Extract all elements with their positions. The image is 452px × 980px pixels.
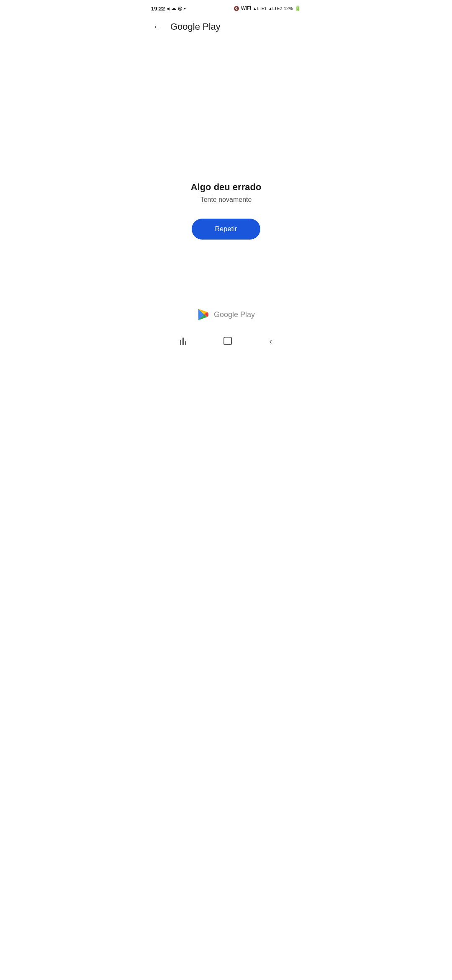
wifi-icon: WiFi	[241, 5, 251, 11]
main-content: Algo deu errado Tente novamente Repetir	[144, 39, 308, 307]
error-title: Algo deu errado	[191, 182, 262, 193]
back-arrow-icon: ←	[153, 21, 162, 32]
recent-apps-button[interactable]	[177, 333, 190, 348]
whatsapp-icon: ◎	[178, 5, 182, 11]
location-icon: ◂	[167, 5, 170, 12]
google-play-logo-icon	[197, 308, 210, 321]
signal2-icon: ▲LTE2	[268, 6, 282, 11]
system-back-button[interactable]: ‹	[266, 333, 276, 349]
mute-icon: 🔇	[234, 6, 239, 11]
status-bar: 19:22 ◂ ☁ ◎ ● 🔇 WiFi ▲LTE1 ▲LTE2 12% 🔋	[144, 0, 308, 15]
retry-button[interactable]: Repetir	[192, 219, 261, 240]
app-bar: ← Google Play	[144, 15, 308, 39]
home-button[interactable]	[220, 333, 235, 348]
battery-display: 12%	[284, 6, 293, 11]
recent-apps-icon	[180, 337, 186, 345]
status-right: 🔇 WiFi ▲LTE1 ▲LTE2 12% 🔋	[234, 5, 301, 11]
home-icon	[223, 337, 232, 345]
status-left: 19:22 ◂ ☁ ◎ ●	[151, 5, 186, 12]
dot-icon: ●	[184, 7, 186, 10]
footer-brand-text: Google Play	[214, 310, 255, 319]
back-button[interactable]: ←	[151, 20, 164, 34]
error-container: Algo deu errado Tente novamente Repetir	[191, 182, 262, 240]
footer-brand: Google Play	[144, 308, 308, 321]
system-back-icon: ‹	[270, 336, 272, 346]
time-display: 19:22	[151, 5, 165, 12]
app-bar-title: Google Play	[170, 21, 221, 32]
error-subtitle: Tente novamente	[200, 196, 252, 204]
battery-icon: 🔋	[295, 5, 301, 11]
signal-icon: ▲LTE1	[253, 6, 267, 11]
cloud-icon: ☁	[171, 5, 176, 11]
nav-bar: ‹	[144, 328, 308, 353]
